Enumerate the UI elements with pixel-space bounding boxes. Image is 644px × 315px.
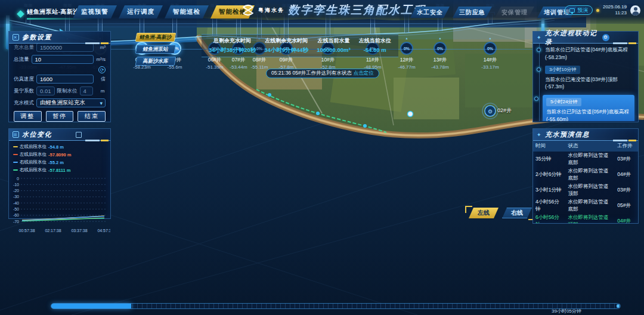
limit-unit: m <box>95 88 105 94</box>
mode-select[interactable]: 由鲤鱼洲泵站充水 <box>36 98 106 107</box>
table-row[interactable]: 3小时1分钟 水位即将到达管道顶部 03#井 <box>533 183 638 198</box>
expand-icon[interactable] <box>76 132 82 138</box>
stat-item: 总剩余充水时间 34小时38分钟20秒 <box>209 37 256 54</box>
table-row[interactable]: 2小时6分钟 水位即将到达管道底部 04#井 <box>533 167 638 183</box>
nav-tab[interactable]: 智能巡检 <box>165 5 209 18</box>
user-avatar[interactable] <box>630 5 640 16</box>
stat-label: 左线当前水量 <box>317 37 351 45</box>
close-icon[interactable]: ✕ <box>13 34 19 41</box>
record-item[interactable]: 3小时10分钟 当前水位已淹没管道(03#井)顶部(-57.3m) <box>545 66 634 91</box>
nav-tab[interactable]: 三防应急 <box>453 7 492 18</box>
locate-link[interactable]: 点击定位 <box>354 70 374 77</box>
line-toggle-group: 左线右线 <box>465 206 535 220</box>
param-button[interactable]: 调整 <box>14 111 42 122</box>
timeline-progress[interactable] <box>51 304 131 308</box>
stat-value: 106000.00m³ <box>317 47 351 53</box>
record-item[interactable]: 当前水位已到达管道(04#井)底板高程(-58.23m) <box>545 46 634 61</box>
yuehai-logo-icon <box>242 4 255 17</box>
sparkle-icon: ✦ <box>537 132 542 138</box>
svg-text:-20: -20 <box>13 189 19 193</box>
legend-value: -54.8 m <box>48 144 64 150</box>
timeline-dot-icon <box>537 48 541 52</box>
manning-input[interactable]: 0.01 <box>36 87 55 95</box>
map-layer-tabs: 鲤鱼洲-高新沙鲤鱼洲泵站高新沙水库 <box>136 33 175 66</box>
legend-label: 右线前段水位 <box>20 159 47 165</box>
stat-item: 左线当前水位 -54.80 m <box>359 37 391 54</box>
line-toggle-button[interactable]: 右线 <box>502 208 532 218</box>
svg-text:0: 0 <box>17 177 19 181</box>
gear-icon[interactable]: ⚙ <box>602 34 609 41</box>
stat-item: 左线剩余充水时间 34小时9分钟44秒 <box>264 37 308 54</box>
table-row[interactable]: 6小时56分钟 水位即将到达管道顶部 04#井 <box>533 214 638 224</box>
record-item[interactable]: 5小时24分钟 当前水位已到达管道(05#井)底板高程(-55.60m) <box>543 95 634 121</box>
speed-input[interactable]: 1600 <box>36 75 94 84</box>
simulation-timeline-scrollbar[interactable] <box>51 303 621 309</box>
well-02-marker: ⚙ <box>482 103 498 119</box>
col-well: 工作井 <box>615 141 638 152</box>
svg-text:-60: -60 <box>13 213 19 217</box>
brand-name: 粤海水务 <box>258 7 284 14</box>
svg-text:03:37:38: 03:37:38 <box>71 228 87 233</box>
mode-badge[interactable]: 预演 <box>565 5 593 15</box>
table-row[interactable]: 4小时56分钟 水位即将到达管道底部 05#井 <box>533 198 638 214</box>
svg-text:02:17:38: 02:17:38 <box>45 228 61 233</box>
preview-panel: ✦ 充水预演信息 时间 状态 工作井 35分钟 水位即将到达管道底部 03#井 <box>532 128 639 224</box>
field-mode: 充水模式 由鲤鱼洲泵站充水 <box>14 98 106 107</box>
status-dot <box>596 9 599 12</box>
legend-swatch <box>13 146 18 147</box>
nav-tab[interactable]: 安保管理 <box>495 7 534 18</box>
map-notification[interactable]: 05:21:36 05#井工作井达到有水状态 点击定位 <box>266 69 379 78</box>
well-depth: -33.17m <box>472 64 508 70</box>
svg-text:-30: -30 <box>13 194 19 199</box>
level-legend: 左线前段水位 -54.8 m 左线后段水位 -57.8090 m 右线前段水位 … <box>9 141 110 173</box>
speed-label: 仿真速度 <box>14 76 34 83</box>
time-label: 11:23 <box>603 10 627 16</box>
nav-tab[interactable]: 监视预警 <box>73 5 117 18</box>
map-layer-tab[interactable]: 高新沙水库 <box>135 57 177 66</box>
field-flow: 总流量 10 m³/s <box>14 55 106 64</box>
map-layer-tab[interactable]: 鲤鱼洲泵站 <box>135 45 177 54</box>
fill-percent-badge[interactable]: 0% <box>484 42 497 55</box>
nav-tab[interactable]: 水工安全 <box>410 7 450 18</box>
top-header: 鲤鱼洲泵站-高新沙水库 监视预警运行调度智能巡检智能检修 粤海水务 数字孪生珠三… <box>0 0 644 24</box>
limit-input[interactable]: 4 <box>80 87 93 95</box>
param-button[interactable]: 暂停 <box>46 111 74 122</box>
sync-icon[interactable]: ⟳ <box>98 66 106 73</box>
legend-item: 左线后段水位 -57.8090 m <box>13 152 73 158</box>
svg-text:-50: -50 <box>13 207 19 211</box>
param-button[interactable]: 结束 <box>78 111 106 122</box>
timeline-dot-icon <box>534 97 538 101</box>
datetime: 2025.06.19 11:23 <box>603 4 627 16</box>
fill-percent-badge[interactable]: 0% <box>400 42 413 55</box>
level-panel-header: ☰ 水位变化 <box>9 129 110 141</box>
fill-percent-badge[interactable]: 0% <box>434 42 447 55</box>
speed-unit: 倍 <box>96 76 106 82</box>
table-row[interactable]: 35分钟 水位即将到达管道底部 03#井 <box>533 152 638 167</box>
param-panel-body: 充水总量 1500000 m³ 总流量 10 m³/s ⟳ 仿真速度 1600 … <box>9 44 110 124</box>
table-header-row: 时间 状态 工作井 <box>533 141 638 152</box>
svg-text:04:57:38: 04:57:38 <box>97 228 110 233</box>
app-root: ⚙ 鲤鱼洲泵站-高新沙水库 监视预警运行调度智能巡检智能检修 粤海水务 数字孪生… <box>0 0 644 315</box>
nav-tab[interactable]: 运行调度 <box>119 5 163 18</box>
volume-unit: m³ <box>96 45 106 50</box>
record-timeline[interactable]: 当前水位已到达管道(04#井)底板高程(-58.23m) 3小时10分钟 当前水… <box>533 44 638 121</box>
map-layer-tab[interactable]: 鲤鱼洲-高新沙 <box>135 33 177 42</box>
water-level-panel: ☰ 水位变化 左线前段水位 -54.8 m 左线后段水位 -57.8090 m <box>8 128 111 219</box>
panel-icon: ☰ <box>13 131 19 138</box>
line-toggle-button[interactable]: 左线 <box>469 208 499 218</box>
stat-value: 34小时9分钟44秒 <box>264 47 308 54</box>
brand: 粤海水务 数字孪生珠三角配水工程 <box>242 2 426 18</box>
param-panel-header: ✕ 参数设置 <box>9 32 110 44</box>
page-title: 数字孪生珠三角配水工程 <box>288 2 426 18</box>
record-panel: ✦ 充水进程联动记录 ⚙ 当前水位已到达管道(04#井)底板高程(-58.23m… <box>532 31 639 122</box>
volume-input[interactable]: 1500000 <box>36 44 94 52</box>
well-02-marker-label[interactable]: 02#井 <box>497 107 512 115</box>
svg-text:-40: -40 <box>13 201 19 205</box>
well-name: 13#井 <box>422 57 458 64</box>
field-speed: 仿真速度 1600 倍 <box>14 75 106 84</box>
flow-input[interactable]: 10 <box>32 55 94 64</box>
sparkle-icon: ✦ <box>537 35 542 41</box>
stat-item: 左线当前水量 106000.00m³ <box>317 37 351 54</box>
legend-label: 左线后段水位 <box>20 152 47 158</box>
col-time: 时间 <box>533 141 566 152</box>
